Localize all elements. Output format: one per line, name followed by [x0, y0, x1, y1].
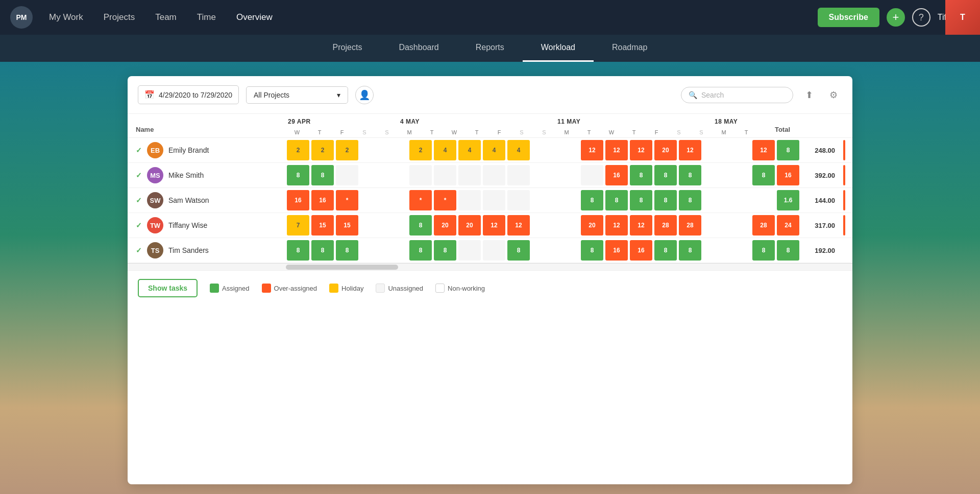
day-cell-p2-w1-d6[interactable]: [556, 190, 579, 210]
day-cell-p1-w1-d3[interactable]: [483, 165, 505, 185]
day-cell-p0-w0-d4[interactable]: [385, 140, 407, 160]
day-cell-p4-w0-d4[interactable]: [385, 240, 407, 261]
day-cell-p1-w2-d4[interactable]: 8: [679, 165, 701, 185]
tab-workload[interactable]: Workload: [523, 35, 594, 62]
tab-roadmap[interactable]: Roadmap: [594, 35, 666, 62]
day-cell-p0-w1-d0[interactable]: 2: [409, 140, 432, 160]
day-cell-p1-w0-d3[interactable]: [360, 165, 383, 185]
day-cell-p1-w2-d0[interactable]: [581, 165, 603, 185]
day-cell-p4-w2-d6[interactable]: [728, 240, 750, 261]
day-cell-p1-w2-d1[interactable]: 16: [605, 165, 628, 185]
day-cell-p1-w3-d0[interactable]: 8: [752, 165, 775, 185]
day-cell-p4-w1-d4[interactable]: 8: [507, 240, 530, 261]
day-cell-p4-w2-d4[interactable]: 8: [679, 240, 701, 261]
day-cell-p1-w2-d3[interactable]: 8: [654, 165, 677, 185]
nav-team[interactable]: Team: [147, 8, 185, 27]
day-cell-p0-w1-d4[interactable]: 4: [507, 140, 530, 160]
day-cell-p0-w1-d6[interactable]: [556, 140, 579, 160]
day-cell-p3-w2-d5[interactable]: [703, 215, 726, 236]
day-cell-p2-w1-d3[interactable]: [483, 190, 505, 210]
day-cell-p0-w1-d3[interactable]: 4: [483, 140, 505, 160]
day-cell-p0-w3-d1[interactable]: 8: [777, 140, 799, 160]
nav-time[interactable]: Time: [189, 8, 224, 27]
day-cell-p2-w0-d4[interactable]: [385, 190, 407, 210]
day-cell-p2-w0-d0[interactable]: 16: [287, 190, 309, 210]
chevron-icon-3[interactable]: ✓: [136, 221, 142, 229]
day-cell-p3-w1-d5[interactable]: [532, 215, 554, 236]
day-cell-p4-w1-d0[interactable]: 8: [409, 240, 432, 261]
day-cell-p1-w1-d6[interactable]: [556, 165, 579, 185]
day-cell-p1-w1-d2[interactable]: [458, 165, 481, 185]
settings-button[interactable]: ⚙: [825, 86, 842, 104]
day-cell-p4-w3-d1[interactable]: 8: [777, 240, 799, 261]
day-cell-p3-w0-d3[interactable]: [360, 215, 383, 236]
day-cell-p1-w2-d6[interactable]: [728, 165, 750, 185]
day-cell-p0-w2-d3[interactable]: 20: [654, 140, 677, 160]
day-cell-p4-w2-d5[interactable]: [703, 240, 726, 261]
day-cell-p0-w1-d2[interactable]: 4: [458, 140, 481, 160]
day-cell-p3-w1-d0[interactable]: 8: [409, 215, 432, 236]
day-cell-p1-w3-d1[interactable]: 16: [777, 165, 799, 185]
day-cell-p0-w2-d0[interactable]: 12: [581, 140, 603, 160]
avatar[interactable]: T: [945, 0, 980, 35]
day-cell-p3-w0-d1[interactable]: 15: [311, 215, 334, 236]
logo[interactable]: PM: [10, 6, 33, 29]
day-cell-p3-w1-d3[interactable]: 12: [483, 215, 505, 236]
subscribe-button[interactable]: Subscribe: [818, 8, 879, 27]
day-cell-p2-w3-d0[interactable]: [752, 190, 775, 210]
day-cell-p1-w0-d1[interactable]: 8: [311, 165, 334, 185]
day-cell-p2-w1-d2[interactable]: [458, 190, 481, 210]
day-cell-p1-w2-d5[interactable]: [703, 165, 726, 185]
day-cell-p0-w3-d0[interactable]: 12: [752, 140, 775, 160]
day-cell-p0-w2-d5[interactable]: [703, 140, 726, 160]
export-button[interactable]: ⬆: [800, 86, 818, 104]
day-cell-p1-w1-d4[interactable]: [507, 165, 530, 185]
day-cell-p4-w0-d3[interactable]: [360, 240, 383, 261]
day-cell-p3-w1-d1[interactable]: 20: [434, 215, 456, 236]
day-cell-p2-w2-d3[interactable]: 8: [654, 190, 677, 210]
day-cell-p4-w0-d2[interactable]: 8: [336, 240, 358, 261]
day-cell-p4-w1-d3[interactable]: [483, 240, 505, 261]
day-cell-p2-w2-d1[interactable]: 8: [605, 190, 628, 210]
day-cell-p2-w0-d1[interactable]: 16: [311, 190, 334, 210]
day-cell-p3-w2-d2[interactable]: 12: [630, 215, 652, 236]
day-cell-p0-w2-d4[interactable]: 12: [679, 140, 701, 160]
workload-grid-container[interactable]: Name 29 APR W T F S S 4: [128, 114, 852, 263]
scroll-thumb[interactable]: [286, 265, 398, 270]
day-cell-p2-w2-d5[interactable]: [703, 190, 726, 210]
day-cell-p2-w2-d4[interactable]: 8: [679, 190, 701, 210]
tab-dashboard[interactable]: Dashboard: [380, 35, 457, 62]
day-cell-p3-w2-d1[interactable]: 12: [605, 215, 628, 236]
day-cell-p0-w0-d1[interactable]: 2: [311, 140, 334, 160]
day-cell-p0-w0-d2[interactable]: 2: [336, 140, 358, 160]
day-cell-p3-w0-d4[interactable]: [385, 215, 407, 236]
day-cell-p1-w2-d2[interactable]: 8: [630, 165, 652, 185]
day-cell-p4-w1-d1[interactable]: 8: [434, 240, 456, 261]
day-cell-p1-w0-d4[interactable]: [385, 165, 407, 185]
day-cell-p3-w2-d0[interactable]: 20: [581, 215, 603, 236]
date-range-picker[interactable]: 📅 4/29/2020 to 7/29/2020: [138, 85, 239, 104]
day-cell-p4-w2-d0[interactable]: 8: [581, 240, 603, 261]
day-cell-p1-w0-d2[interactable]: [336, 165, 358, 185]
chevron-icon-2[interactable]: ✓: [136, 196, 142, 204]
day-cell-p4-w2-d2[interactable]: 16: [630, 240, 652, 261]
day-cell-p2-w1-d5[interactable]: [532, 190, 554, 210]
tab-reports[interactable]: Reports: [457, 35, 523, 62]
chevron-icon-1[interactable]: ✓: [136, 171, 142, 179]
day-cell-p2-w2-d2[interactable]: 8: [630, 190, 652, 210]
day-cell-p3-w2-d3[interactable]: 28: [654, 215, 677, 236]
day-cell-p2-w0-d2[interactable]: *: [336, 190, 358, 210]
day-cell-p3-w0-d0[interactable]: 7: [287, 215, 309, 236]
day-cell-p0-w2-d2[interactable]: 12: [630, 140, 652, 160]
day-cell-p3-w0-d2[interactable]: 15: [336, 215, 358, 236]
day-cell-p3-w2-d4[interactable]: 28: [679, 215, 701, 236]
day-cell-p4-w2-d3[interactable]: 8: [654, 240, 677, 261]
nav-my-work[interactable]: My Work: [41, 8, 91, 27]
day-cell-p0-w0-d0[interactable]: 2: [287, 140, 309, 160]
day-cell-p3-w1-d6[interactable]: [556, 215, 579, 236]
day-cell-p2-w2-d0[interactable]: 8: [581, 190, 603, 210]
chevron-icon-0[interactable]: ✓: [136, 146, 142, 154]
day-cell-p2-w1-d4[interactable]: [507, 190, 530, 210]
tab-projects[interactable]: Projects: [314, 35, 381, 62]
day-cell-p2-w2-d6[interactable]: [728, 190, 750, 210]
